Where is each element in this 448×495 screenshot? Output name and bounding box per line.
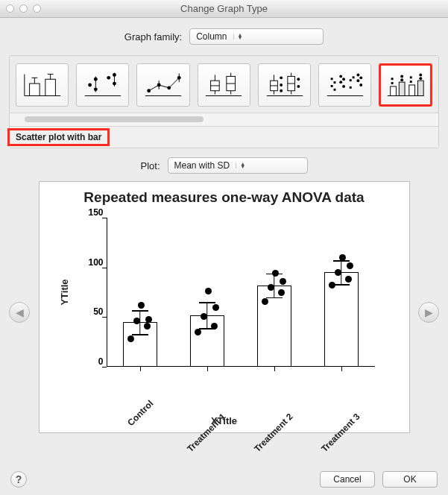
cancel-button-label: Cancel [333,474,361,485]
y-tick-mark [102,218,107,218]
chevron-right-icon: ▶ [425,306,433,318]
svg-rect-58 [352,76,354,78]
svg-point-45 [297,78,300,81]
data-point [211,323,218,330]
svg-rect-64 [391,86,397,96]
ok-button[interactable]: OK [382,471,438,488]
data-point [280,278,286,285]
dialog-footer: ? Cancel OK [0,471,448,488]
svg-point-53 [339,81,342,83]
data-point [201,313,207,320]
svg-point-20 [167,86,171,89]
data-point [205,288,212,294]
svg-rect-73 [418,81,424,95]
svg-rect-66 [391,82,394,84]
svg-rect-5 [45,79,55,95]
svg-rect-72 [410,81,412,83]
graph-type-panel: Scatter plot with bar [9,55,439,148]
data-point [138,302,145,309]
data-point [278,289,285,296]
svg-rect-50 [333,81,335,83]
bars-container [107,218,375,367]
svg-point-60 [356,79,359,82]
bar-group [190,218,224,367]
svg-point-18 [147,89,151,92]
error-cap [199,302,215,303]
data-point [144,323,151,330]
data-point [195,329,201,335]
graph-type-column-scatter-group[interactable] [318,63,371,107]
data-point [339,254,346,261]
graph-family-value: Column [196,31,227,42]
graph-type-strip [10,56,438,113]
bar-group [123,218,157,367]
svg-rect-48 [330,78,332,80]
help-button[interactable]: ? [10,471,27,488]
prev-preview-button[interactable]: ◀ [9,302,30,323]
data-point [272,270,279,277]
svg-point-68 [400,75,403,78]
y-axis-ticks: 050100150 [74,212,104,372]
svg-rect-57 [350,86,352,89]
x-tick-mark [140,367,141,371]
svg-rect-49 [330,85,332,87]
titlebar: Change Graph Type [0,0,448,18]
data-point [212,304,219,311]
graph-type-scrollbar[interactable] [10,113,438,126]
chart-title: Repeated measures one-way ANOVA data [50,189,399,206]
y-tick-label: 150 [74,207,104,218]
x-tick-mark [274,367,275,371]
svg-point-13 [107,76,110,80]
x-axis-label: XTitle [40,415,409,426]
chart-preview: Repeated measures one-way ANOVA data YTi… [39,181,410,433]
data-point [262,298,268,305]
plot-area: YTitle 050100150 ControlTreatment 1Treat… [107,218,375,367]
graph-type-scatter-line[interactable] [136,63,189,107]
svg-point-52 [339,75,342,78]
plot-kind-select[interactable]: Mean with SD ▲▼ [168,157,308,174]
chevron-left-icon: ◀ [16,306,24,318]
bar-group [324,218,359,367]
y-tick-label: 0 [74,356,104,367]
cancel-button[interactable]: Cancel [320,471,375,488]
x-tick-mark [341,367,342,371]
y-axis-label: YTitle [59,279,70,305]
error-cap [132,334,148,335]
svg-point-59 [356,74,359,77]
chevron-updown-icon: ▲▼ [236,163,246,168]
graph-family-label: Graph family: [124,31,182,42]
svg-point-75 [420,77,423,80]
svg-point-9 [88,83,92,87]
svg-point-39 [280,83,283,86]
svg-point-40 [280,89,283,92]
selected-graph-type-name: Scatter plot with bar [7,128,110,146]
svg-rect-67 [400,82,406,95]
graph-type-box-scatter[interactable] [258,63,311,107]
svg-point-69 [400,78,403,81]
svg-rect-70 [409,85,415,96]
data-point [145,316,152,323]
svg-rect-56 [350,79,352,81]
help-icon: ? [16,473,22,485]
data-point [268,284,274,291]
graph-type-scatter[interactable] [76,63,129,107]
bar-group [257,218,291,367]
error-cap [132,310,148,312]
svg-point-46 [297,85,300,88]
graph-type-scatter-with-bar[interactable] [379,63,432,107]
y-tick-mark [102,317,107,318]
y-tick-label: 100 [74,257,104,268]
graph-family-select[interactable]: Column ▲▼ [189,28,324,45]
y-tick-label: 50 [74,306,104,317]
next-preview-button[interactable]: ▶ [418,302,439,323]
data-point [347,262,353,269]
svg-rect-2 [29,83,40,95]
scroll-thumb[interactable] [25,116,204,122]
error-cap [266,297,283,299]
graph-type-bar[interactable] [16,63,69,107]
graph-type-box[interactable] [198,63,250,107]
x-tick-mark [207,367,208,371]
svg-rect-65 [391,78,394,80]
svg-rect-71 [410,76,412,78]
plot-kind-value: Mean with SD [174,160,230,171]
